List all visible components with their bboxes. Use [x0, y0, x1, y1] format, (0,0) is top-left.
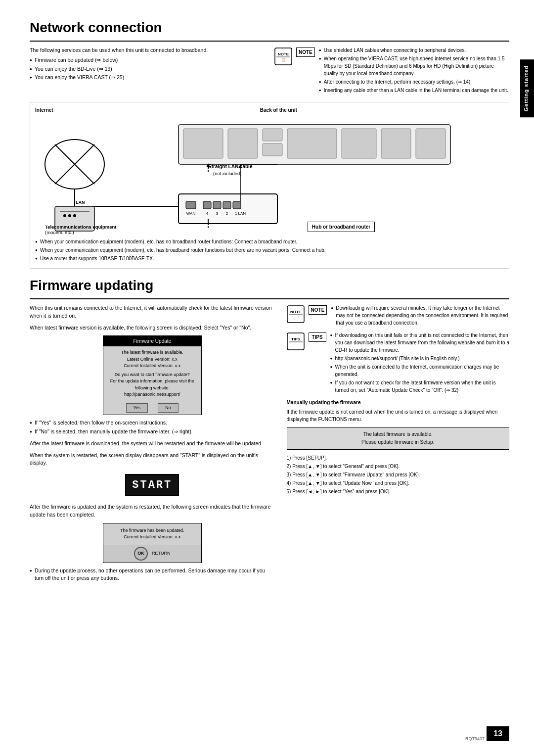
svg-text:(not included): (not included) [213, 171, 242, 176]
fw-tips-item-2: When the unit is connected to the Intern… [330, 363, 509, 378]
fw-step-1: 1) Press [SETUP]. [287, 454, 509, 462]
fw-when-restart: When the system is restarted, the screen… [30, 452, 275, 468]
svg-rect-20 [263, 143, 282, 156]
fw-step-4: 4) Press [▲, ▼] to select "Update Now" a… [287, 479, 509, 487]
fw-popup-line2: Latest Online Version: x.x [107, 356, 197, 363]
manually-text: If the firmware update is not carried ou… [287, 408, 509, 423]
fw-after-updated: After the firmware is updated and the sy… [30, 503, 275, 519]
manually-title: Manually updating the firmware [287, 400, 361, 405]
fw-tips-item-0: If downloading on this unit fails or thi… [330, 331, 509, 354]
svg-rect-17 [183, 129, 223, 158]
fw-step-2: 2) Press [▲, ▼] to select "General" and … [287, 462, 509, 471]
intro-row: The following services can be used when … [30, 47, 509, 95]
fw-no-button[interactable]: No [158, 403, 178, 413]
svg-text:📋: 📋 [281, 57, 286, 62]
diagram-notes: When your communication equipment (modem… [35, 238, 504, 262]
svg-text:TIPS: TIPS [291, 337, 300, 341]
fw-intro1: When this unit remains connected to the … [30, 304, 275, 320]
start-display: START [125, 474, 179, 496]
note-label-box: NOTE [296, 47, 315, 57]
fw-popup-line4: Do you want to start firmware update? [107, 372, 197, 378]
intro-bullet-2: You can enjoy the BD-Live (⇒ 19) [30, 65, 265, 73]
svg-point-14 [73, 214, 76, 217]
svg-text:NOTE: NOTE [290, 310, 301, 314]
note-content: Use shielded LAN cables when connecting … [319, 47, 509, 95]
svg-rect-21 [287, 129, 337, 158]
svg-text:LAN: LAN [76, 200, 85, 205]
fw-bullet-0: If "Yes" is selected, then follow the on… [30, 419, 275, 427]
fw-warning-list: During the update process, no other oper… [30, 567, 275, 583]
note-label: NOTE [296, 47, 315, 57]
latest-fw-box: The latest firmware is available. Please… [287, 427, 509, 450]
fw-popup-line5: For the update information, please visit… [107, 378, 197, 391]
router-label: Hub or broadband router [308, 222, 375, 232]
svg-text:4: 4 [206, 211, 209, 216]
svg-point-13 [68, 214, 71, 217]
diagram-note-list: When your communication equipment (modem… [35, 238, 504, 262]
svg-point-12 [63, 214, 66, 217]
network-title: Network connection [30, 20, 509, 36]
svg-rect-49 [287, 333, 304, 350]
fw-note-item-0: Downloading will require several minutes… [331, 304, 509, 327]
ok-button-icon: OK [134, 547, 148, 561]
svg-rect-46 [287, 306, 304, 323]
fw-note-box: NOTE NOTE Downloading will require sever… [287, 304, 509, 328]
fw-popup: Firmware Update The latest firmware is a… [103, 335, 202, 415]
svg-rect-34 [213, 201, 221, 209]
internet-label: Internet [35, 107, 53, 113]
fw-note-bullets: Downloading will require several minutes… [331, 304, 509, 327]
firmware-section: Firmware updating When this unit remains… [30, 278, 509, 583]
svg-rect-33 [203, 201, 211, 209]
fw-note-label: NOTE [309, 305, 327, 315]
fw-yes-button[interactable]: Yes [126, 403, 148, 413]
svg-rect-18 [228, 129, 258, 158]
fw-tips-bullets: If downloading on this unit fails or thi… [330, 331, 509, 394]
note-item-0: Use shielded LAN cables when connecting … [319, 47, 509, 54]
svg-text:1 LAN: 1 LAN [235, 211, 246, 216]
fw-tips-content: If downloading on this unit fails or thi… [330, 331, 509, 395]
fw-note-icon: NOTE [287, 305, 305, 325]
svg-text:NOTE: NOTE [278, 52, 289, 56]
intro-bullet-1: Firmware can be updated (⇒ below) [30, 56, 265, 64]
doc-number: RQT9407 [465, 736, 485, 741]
fw-tips-label-wrap: TIPS [309, 331, 326, 342]
svg-rect-23 [381, 129, 411, 158]
network-section: Network connection The following service… [30, 20, 509, 269]
fw-note-content: Downloading will require several minutes… [331, 304, 509, 328]
svg-text:2: 2 [226, 211, 228, 216]
fw-tips-label: TIPS [309, 332, 326, 342]
fw-step-3: 3) Press [▲, ▼] to select "Firmware Upda… [287, 471, 509, 479]
fw-popup-line1: The latest firmware is available. [107, 349, 197, 356]
diagram-labels-row: Internet Back of the unit [35, 107, 504, 113]
fw-popup-line6: http://panasonic.net/support/ [107, 391, 197, 398]
intro-text: The following services can be used when … [30, 47, 265, 54]
fw-updated-body: The firmware has been updated. Current I… [103, 523, 201, 545]
svg-rect-36 [233, 201, 241, 209]
section-divider [30, 41, 509, 42]
svg-rect-24 [416, 129, 445, 158]
fw-tips-box: TIPS TIPS If downloading on this unit fa… [287, 331, 509, 395]
fw-note-label-wrap: NOTE [309, 304, 327, 315]
diagram-note-1: When your communication equipment (modem… [35, 246, 504, 254]
firmware-right: NOTE NOTE Downloading will require sever… [287, 304, 509, 583]
return-label: RETURN [152, 550, 171, 557]
fw-steps: 1) Press [SETUP]. 2) Press [▲, ▼] to sel… [287, 454, 509, 496]
fw-updated-icons: OK RETURN [103, 545, 201, 563]
fw-updated-line2: Current Installed Version: x.x [107, 534, 197, 541]
start-display-wrapper: START [30, 471, 275, 499]
diagram-note-2: Use a router that supports 10BASE-T/100B… [35, 255, 504, 262]
fw-popup-line3: Current Installed Version: x.x [107, 363, 197, 370]
fw-updated-line1: The firmware has been updated. [107, 527, 197, 534]
latest-fw-line1: The latest firmware is available. [292, 430, 504, 438]
svg-rect-0 [275, 48, 292, 65]
svg-rect-31 [186, 201, 196, 209]
latest-fw-line2: Please update firmware in Setup. [292, 438, 504, 446]
side-tab: Getting started [520, 59, 534, 117]
note-item-1: When operating the VIERA CAST, use high-… [319, 55, 509, 77]
svg-rect-22 [342, 129, 376, 158]
firmware-title: Firmware updating [30, 278, 509, 293]
fw-after-download: After the latest firmware is downloaded,… [30, 440, 275, 448]
fw-bullet-1: If "No" is selected, then manually updat… [30, 428, 275, 436]
fw-step-5: 5) Press [◄, ►] to select "Yes" and pres… [287, 487, 509, 496]
manually-section: Manually updating the firmware [287, 399, 509, 406]
